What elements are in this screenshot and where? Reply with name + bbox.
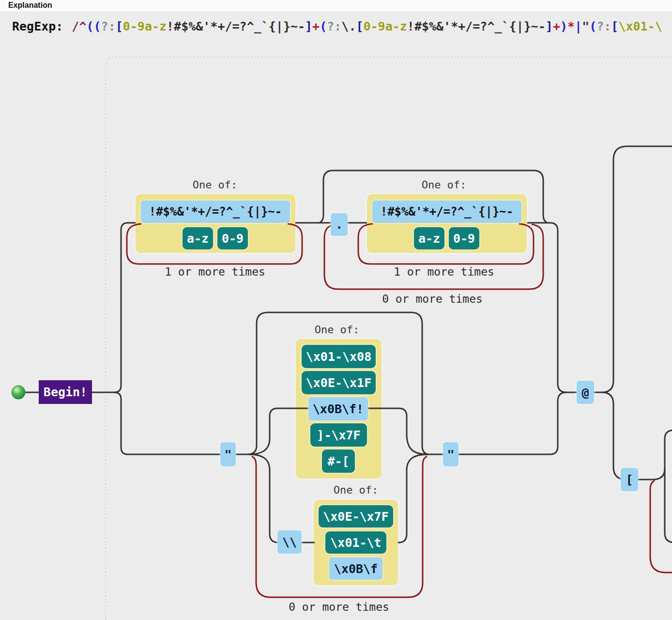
dot-literal-box: . (331, 213, 348, 236)
begin-node: Begin! (39, 380, 92, 404)
range-label: a-z (187, 232, 209, 246)
group1-range-az: a-z (183, 227, 213, 249)
regexp-segment: \. (341, 19, 356, 33)
begin-label: Begin! (44, 385, 87, 399)
regex-explanation-page: { "header": { "title": "Explanation" }, … (0, 0, 672, 620)
regexp-segment: ] (305, 19, 312, 33)
range-label: \x01-\t (330, 536, 381, 550)
regexp-segment: /^ (72, 19, 86, 33)
at-literal: @ (581, 386, 589, 400)
literal-label: \x0B\f! (313, 402, 364, 416)
quoted-alt-down-line (249, 454, 315, 542)
escaped-range-1: \x0E-\x7F (319, 505, 393, 527)
bracket-exit-line (638, 430, 672, 480)
regexp-pattern: /^((?:[0-9a-z!#$%&'*+/=?^_`{|}~-]+(?:\.[… (72, 19, 662, 33)
quoted-alt-up-line (249, 408, 308, 454)
escaped-literal-3: \x0B\f (329, 558, 382, 580)
quote-close-literal: " (447, 448, 454, 462)
quoted-range-1: \x01-\x08 (302, 345, 376, 368)
local-exit-line (527, 223, 577, 392)
literal-label: \x0B\f (334, 562, 378, 576)
group2-charset-box: !#$%&'*+/=?^_`{|}~- (372, 201, 521, 223)
page-title: Explanation (8, 1, 52, 10)
quoted-exit-line (458, 392, 566, 454)
start-dot (12, 386, 25, 399)
regexp-segment: 0-9a-z (364, 19, 407, 33)
backslash-box: \\ (277, 530, 302, 554)
regexp-segment: [ (356, 19, 363, 33)
group1-charset-box: !#$%&'*+/=?^_`{|}~- (141, 201, 290, 223)
regexp-segment: ( (320, 19, 327, 33)
regexp-segment: ?: (596, 19, 611, 33)
range-label: #-[ (327, 454, 349, 468)
quote-close-box: " (443, 442, 458, 466)
regexp-segment: ] (546, 19, 553, 33)
regexp-segment: ?: (101, 19, 116, 33)
quoted-literal-3: \x0B\f! (308, 397, 368, 420)
group2-range-09: 0-9 (449, 227, 479, 249)
regexp-label: RegExp: (12, 19, 63, 33)
fork-up-line (92, 223, 136, 392)
at-fork-down-line (602, 392, 638, 480)
quote-open-box: " (220, 442, 236, 466)
range-label: \x0E-\x7F (323, 510, 388, 524)
regexp-segment: (( (86, 19, 101, 33)
dot-literal: . (336, 217, 343, 232)
loop-right (650, 480, 672, 573)
capture-group-dotted-border (106, 57, 672, 620)
quoted-range-4: ]-\x7F (310, 423, 367, 447)
group1-charset: !#$%&'*+/=?^_`{|}~- (149, 205, 282, 218)
bracket-box: [ (621, 468, 638, 491)
regexp-segment: " (582, 19, 589, 33)
quoted-range-2: \x0E-\x1F (302, 371, 376, 394)
quote-open-literal: " (224, 448, 231, 462)
range-label: \x0E-\x1F (306, 376, 371, 390)
group1-range-09: 0-9 (217, 227, 248, 249)
fork-down-line (114, 392, 220, 454)
backslash-literal: \\ (282, 535, 297, 549)
top-bar: Explanation (0, 0, 672, 12)
regexp-segment: !#$%&'*+/=?^_`{|}~- (407, 19, 546, 33)
at-fork-up-line (594, 146, 672, 392)
regexp-segment: 0-9a-z (123, 19, 167, 33)
regexp-segment: ) (560, 19, 567, 33)
range-label: ]-\x7F (317, 428, 360, 442)
right-frame-line (665, 469, 672, 542)
quoted-merge-down-line (398, 454, 428, 542)
loop-local-repeat-inner (358, 224, 534, 264)
range-label: 0-9 (222, 232, 244, 246)
regexp-segment: | (575, 19, 582, 33)
regexp-segment: [ (611, 19, 618, 33)
at-box: @ (577, 381, 594, 404)
group2-range-az: a-z (414, 227, 444, 249)
loop-local-first (127, 224, 302, 264)
range-label: a-z (418, 232, 440, 246)
regexp-segment: * (567, 19, 575, 33)
escaped-range-2: \x01-\t (325, 531, 386, 554)
regexp-segment: ( (589, 19, 596, 33)
range-label: \x01-\x08 (306, 350, 371, 364)
regexp-row: RegExp:/^((?:[0-9a-z!#$%&'*+/=?^_`{|}~-]… (0, 19, 672, 39)
group2-charset: !#$%&'*+/=?^_`{|}~- (381, 205, 514, 218)
regexp-segment: !#$%&'*+/=?^_`{|}~- (167, 19, 305, 33)
quoted-merge-up-line (368, 408, 428, 454)
range-label: 0-9 (453, 232, 475, 246)
regexp-segment: \x01-\ (618, 19, 662, 33)
regexp-segment: + (553, 19, 560, 33)
quoted-range-5: #-[ (322, 450, 355, 473)
bracket-literal: [ (626, 473, 633, 487)
regexp-segment: ?: (327, 19, 341, 33)
regexp-segment: [ (116, 19, 123, 33)
regexp-segment: + (312, 19, 320, 33)
